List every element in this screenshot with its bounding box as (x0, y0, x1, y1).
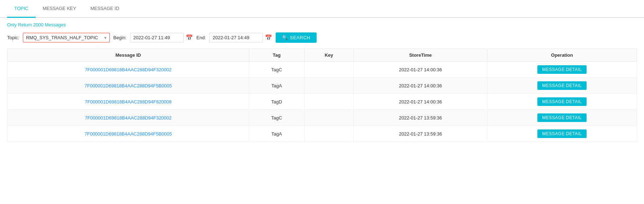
end-calendar-icon[interactable]: 📅 (265, 34, 272, 41)
cell-key (304, 78, 354, 94)
col-message-id: Message ID (7, 49, 249, 62)
cell-key (304, 126, 354, 142)
tab-message-key[interactable]: MESSAGE KEY (36, 0, 83, 18)
col-operation: Operation (487, 49, 637, 62)
cell-key (304, 62, 354, 78)
cell-message-id: 7F000001D69818B4AAC288D94F5B0005 (7, 78, 249, 94)
dropdown-arrow-icon: ▼ (101, 34, 109, 42)
cell-key (304, 110, 354, 126)
tab-bar: TOPIC MESSAGE KEY MESSAGE ID (0, 0, 644, 18)
col-key: Key (304, 49, 354, 62)
search-icon: 🔍 (282, 35, 288, 40)
begin-date-wrapper: 📅 (130, 33, 193, 42)
search-button-label: SEARCH (290, 35, 310, 40)
cell-operation: MESSAGE DETAIL (487, 94, 637, 110)
message-detail-button[interactable]: MESSAGE DETAIL (537, 129, 587, 138)
cell-operation: MESSAGE DETAIL (487, 110, 637, 126)
cell-store-time: 2022-01-27 14:00:36 (354, 78, 487, 94)
cell-tag: TagA (249, 78, 305, 94)
table-row: 7F000001D69818B4AAC288D94F320002 TagC 20… (7, 62, 637, 78)
cell-store-time: 2022-01-27 14:00:36 (354, 62, 487, 78)
cell-tag: TagD (249, 94, 305, 110)
cell-message-id: 7F000001D69818B4AAC288D94F820008 (7, 94, 249, 110)
cell-operation: MESSAGE DETAIL (487, 78, 637, 94)
info-text: Only Return 2000 Messages (7, 22, 637, 27)
cell-tag: TagC (249, 110, 305, 126)
cell-operation: MESSAGE DETAIL (487, 126, 637, 142)
message-detail-button[interactable]: MESSAGE DETAIL (537, 65, 587, 74)
messages-table: Message ID Tag Key StoreTime Operation 7… (7, 49, 637, 142)
col-store-time: StoreTime (354, 49, 487, 62)
cell-key (304, 94, 354, 110)
filter-row: Topic: RMQ_SYS_TRANS_HALF_TOPIC ▼ Begin:… (7, 32, 637, 43)
table-row: 7F000001D69818B4AAC288D94F5B0005 TagA 20… (7, 78, 637, 94)
topic-label: Topic: (7, 35, 19, 40)
table-header-row: Message ID Tag Key StoreTime Operation (7, 49, 637, 62)
cell-message-id: 7F000001D69818B4AAC288D94F320002 (7, 110, 249, 126)
table-row: 7F000001D69818B4AAC288D94F820008 TagD 20… (7, 94, 637, 110)
cell-message-id: 7F000001D69818B4AAC288D94F320002 (7, 62, 249, 78)
col-tag: Tag (249, 49, 305, 62)
table-row: 7F000001D69818B4AAC288D94F320002 TagC 20… (7, 110, 637, 126)
message-detail-button[interactable]: MESSAGE DETAIL (537, 81, 587, 90)
cell-tag: TagA (249, 126, 305, 142)
cell-message-id: 7F000001D69818B4AAC288D94F5B0005 (7, 126, 249, 142)
begin-label: Begin: (113, 35, 127, 40)
begin-calendar-icon[interactable]: 📅 (186, 34, 193, 41)
message-detail-button[interactable]: MESSAGE DETAIL (537, 113, 587, 122)
topic-select[interactable]: RMQ_SYS_TRANS_HALF_TOPIC (23, 33, 101, 42)
end-date-input[interactable] (209, 33, 263, 42)
main-content: Only Return 2000 Messages Topic: RMQ_SYS… (0, 18, 644, 146)
message-detail-button[interactable]: MESSAGE DETAIL (537, 97, 587, 106)
cell-store-time: 2022-01-27 13:59:36 (354, 126, 487, 142)
tab-message-id[interactable]: MESSAGE ID (83, 0, 126, 18)
cell-tag: TagC (249, 62, 305, 78)
begin-date-input[interactable] (130, 33, 184, 42)
cell-store-time: 2022-01-27 14:00:36 (354, 94, 487, 110)
end-date-wrapper: 📅 (209, 33, 272, 42)
search-button[interactable]: 🔍 SEARCH (276, 32, 317, 43)
end-label: End: (196, 35, 206, 40)
table-row: 7F000001D69818B4AAC288D94F5B0005 TagA 20… (7, 126, 637, 142)
cell-store-time: 2022-01-27 13:59:36 (354, 110, 487, 126)
topic-select-wrapper[interactable]: RMQ_SYS_TRANS_HALF_TOPIC ▼ (23, 33, 110, 42)
tab-topic[interactable]: TOPIC (7, 0, 36, 18)
cell-operation: MESSAGE DETAIL (487, 62, 637, 78)
